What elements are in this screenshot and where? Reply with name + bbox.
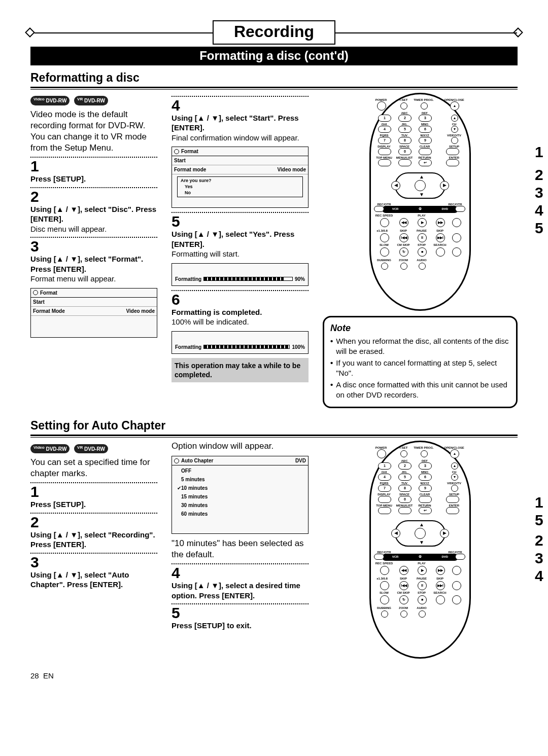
dpad-enter[interactable] bbox=[415, 528, 426, 539]
slow2-button[interactable] bbox=[380, 247, 389, 257]
menulist-button[interactable] bbox=[398, 159, 412, 166]
slow-button[interactable] bbox=[380, 233, 389, 242]
recotr-right[interactable] bbox=[455, 554, 465, 560]
pause-button[interactable]: II bbox=[418, 581, 427, 590]
num-4[interactable]: 4 bbox=[378, 474, 391, 481]
recotr-left[interactable] bbox=[374, 554, 384, 560]
tset-button[interactable] bbox=[400, 450, 407, 457]
ffwd-button[interactable]: ▶▶ bbox=[436, 566, 445, 575]
cmskip-button[interactable]: ↻ bbox=[399, 247, 408, 257]
cmskip-button[interactable]: ↻ bbox=[399, 595, 408, 604]
num-9[interactable]: 9 bbox=[419, 485, 432, 492]
audio-button[interactable] bbox=[419, 263, 426, 270]
display-button[interactable] bbox=[378, 496, 391, 503]
extra-button[interactable] bbox=[452, 581, 461, 590]
audio-button[interactable] bbox=[419, 610, 426, 618]
dpad-right[interactable]: ▶ bbox=[440, 181, 449, 190]
play-button[interactable]: ▶ bbox=[418, 218, 427, 227]
slow2-button[interactable] bbox=[380, 595, 389, 604]
dpad[interactable]: ◀ ▲ ▼ ▶ bbox=[395, 520, 446, 547]
clear-button[interactable] bbox=[419, 496, 432, 503]
num-1[interactable]: 1 bbox=[378, 115, 391, 122]
zoom-button[interactable] bbox=[400, 263, 407, 270]
recotr-right[interactable] bbox=[455, 206, 465, 212]
recotr-left[interactable] bbox=[374, 206, 384, 212]
num-6[interactable]: 6 bbox=[419, 474, 432, 481]
step-instruction: Press [SETUP]. bbox=[30, 174, 157, 184]
decor-diamond-right bbox=[513, 27, 523, 38]
timer-button[interactable] bbox=[421, 450, 428, 457]
num-5[interactable]: 5 bbox=[398, 126, 412, 133]
num-2[interactable]: 2 bbox=[398, 115, 412, 122]
videotv-button[interactable] bbox=[451, 485, 458, 492]
num-3[interactable]: 3 bbox=[419, 115, 432, 122]
open-close-button[interactable]: ▲ bbox=[450, 449, 459, 458]
dpad-left[interactable]: ◀ bbox=[391, 181, 400, 190]
topmenu-button[interactable] bbox=[378, 507, 391, 514]
dubbing-button[interactable] bbox=[381, 263, 388, 270]
menulist-button[interactable] bbox=[398, 507, 412, 514]
num-1[interactable]: 1 bbox=[378, 462, 391, 470]
rew-button[interactable]: ◀◀ bbox=[399, 566, 408, 575]
clear-button[interactable] bbox=[419, 148, 432, 155]
num-5[interactable]: 5 bbox=[398, 474, 412, 481]
extra-button[interactable] bbox=[452, 233, 461, 242]
num-4[interactable]: 4 bbox=[378, 126, 391, 133]
num-7[interactable]: 7 bbox=[378, 485, 391, 492]
timer-button[interactable] bbox=[421, 102, 428, 110]
ch-down[interactable]: ▼ bbox=[451, 126, 458, 133]
dpad-enter[interactable] bbox=[415, 180, 426, 191]
enter-button[interactable] bbox=[446, 507, 459, 514]
slow-button[interactable] bbox=[380, 581, 389, 590]
num-0[interactable]: 0 bbox=[398, 496, 412, 503]
pause-button[interactable]: II bbox=[418, 233, 427, 242]
ch-up[interactable]: ▲ bbox=[451, 115, 458, 122]
num-3[interactable]: 3 bbox=[419, 462, 432, 470]
source-bar[interactable]: VCR⦿DVD bbox=[382, 206, 458, 213]
skip-prev[interactable]: I◀◀ bbox=[399, 233, 408, 242]
ffwd-button[interactable]: ▶▶ bbox=[436, 218, 445, 227]
num-7[interactable]: 7 bbox=[378, 137, 391, 144]
num-0[interactable]: 0 bbox=[398, 148, 412, 155]
extra2-button[interactable] bbox=[452, 247, 461, 257]
power-button[interactable] bbox=[377, 101, 386, 111]
rec-button[interactable] bbox=[452, 566, 461, 575]
play-button[interactable]: ▶ bbox=[418, 566, 427, 575]
recspeed-button[interactable] bbox=[380, 566, 389, 575]
num-8[interactable]: 8 bbox=[398, 137, 412, 144]
source-bar[interactable]: VCR⦿DVD bbox=[382, 554, 458, 561]
power-button[interactable] bbox=[377, 449, 386, 458]
search-button[interactable] bbox=[436, 247, 445, 257]
recspeed-button[interactable] bbox=[380, 218, 389, 227]
setup-button[interactable] bbox=[446, 496, 459, 503]
zoom-button[interactable] bbox=[400, 610, 407, 618]
stop-button[interactable]: ■ bbox=[418, 247, 427, 257]
search-button[interactable] bbox=[436, 595, 445, 604]
num-9[interactable]: 9 bbox=[419, 137, 432, 144]
enter-button[interactable] bbox=[446, 159, 459, 166]
rec-button[interactable] bbox=[452, 218, 461, 227]
videotv-button[interactable] bbox=[451, 137, 458, 144]
setup-button[interactable] bbox=[446, 148, 459, 155]
return-button[interactable]: ↩ bbox=[419, 507, 432, 514]
display-button[interactable] bbox=[378, 148, 391, 155]
skip-next[interactable]: ▶▶I bbox=[436, 581, 445, 590]
skip-next[interactable]: ▶▶I bbox=[436, 233, 445, 242]
num-6[interactable]: 6 bbox=[419, 126, 432, 133]
stop-button[interactable]: ■ bbox=[418, 595, 427, 604]
dpad[interactable]: ◀ ▲ ▼ ▶ bbox=[395, 172, 446, 199]
ch-up[interactable]: ▲ bbox=[451, 462, 458, 470]
ch-down[interactable]: ▼ bbox=[451, 474, 458, 481]
skip-prev[interactable]: I◀◀ bbox=[399, 581, 408, 590]
rew-button[interactable]: ◀◀ bbox=[399, 218, 408, 227]
num-8[interactable]: 8 bbox=[398, 485, 412, 492]
dpad-left[interactable]: ◀ bbox=[391, 529, 400, 538]
dubbing-button[interactable] bbox=[381, 610, 388, 618]
tset-button[interactable] bbox=[400, 102, 407, 110]
topmenu-button[interactable] bbox=[378, 159, 391, 166]
extra2-button[interactable] bbox=[452, 595, 461, 604]
open-close-button[interactable]: ▲ bbox=[450, 101, 459, 111]
dpad-right[interactable]: ▶ bbox=[440, 529, 449, 538]
return-button[interactable]: ↩ bbox=[419, 159, 432, 166]
num-2[interactable]: 2 bbox=[398, 462, 412, 470]
